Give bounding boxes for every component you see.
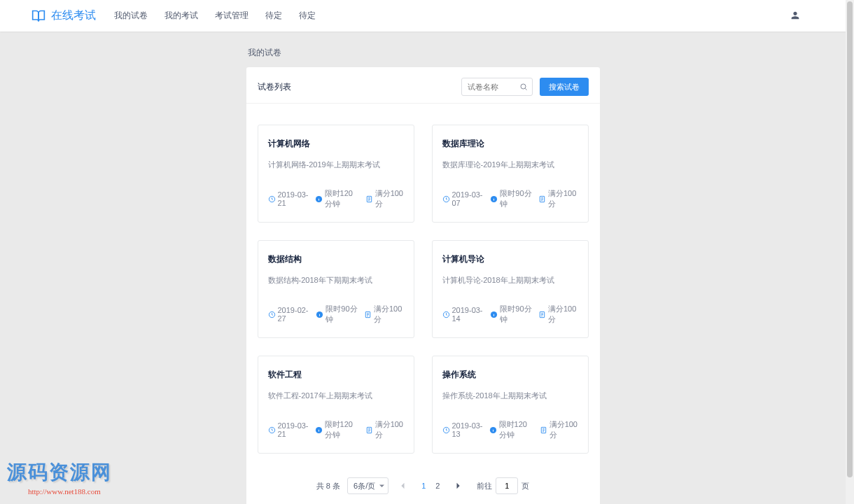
meta-date: 2019-03-14 [442,304,485,325]
goto-suffix: 页 [522,481,529,491]
card-title: 数据结构 [268,253,404,265]
meta-limit: 限时120分钟 [315,419,360,440]
logo-text: 在线考试 [51,8,96,23]
card-title: 计算机网络 [268,138,404,150]
meta-date: 2019-03-21 [268,419,309,440]
page-size-select[interactable]: 6条/页 [347,477,388,494]
card-subtitle: 数据结构-2018年下期期末考试 [268,275,404,286]
info-icon [490,311,498,318]
clock-icon [268,426,276,434]
score-icon [538,311,546,318]
paper-card[interactable]: 操作系统操作系统-2018年上期期末考试2019-03-13限时120分钟满分1… [432,356,589,454]
score-icon [538,195,546,203]
panel-header: 试卷列表 搜索试卷 [246,67,600,104]
main-nav: 我的试卷 我的考试 考试管理 待定 待定 [106,10,324,22]
paper-card[interactable]: 数据结构数据结构-2018年下期期末考试2019-02-27限时90分钟满分10… [258,240,414,338]
chevron-left-icon [400,482,405,489]
card-subtitle: 软件工程-2017年上期期末考试 [268,391,404,401]
clock-icon [268,195,276,203]
clock-icon [268,311,276,318]
card-title: 软件工程 [268,369,404,381]
page-number[interactable]: 1 [416,477,430,494]
clock-icon [442,426,450,434]
paper-grid: 计算机网络计算机网络-2019年上期期末考试2019-03-21限时120分钟满… [246,104,600,468]
paper-card[interactable]: 计算机网络计算机网络-2019年上期期末考试2019-03-21限时120分钟满… [258,125,414,223]
pagination: 共 8 条 6条/页 12 前往 页 [246,468,600,504]
card-meta: 2019-03-14限时90分钟满分100分 [442,304,578,325]
paper-card[interactable]: 计算机导论计算机导论-2018年上期期末考试2019-03-14限时90分钟满分… [432,240,589,338]
meta-limit: 限时90分钟 [490,304,533,325]
panel-title: 试卷列表 [258,81,461,93]
scrollbar[interactable] [846,0,854,504]
card-meta: 2019-02-27限时90分钟满分100分 [268,304,404,325]
watermark-text: 源码资源网 [7,459,112,486]
card-subtitle: 数据库理论-2019年上期期末考试 [442,160,578,170]
logo[interactable]: 在线考试 [31,8,96,23]
page-total: 共 8 条 [316,481,340,491]
meta-limit: 限时120分钟 [489,419,534,440]
search-icon [519,83,528,91]
breadcrumb: 我的试卷 [246,38,600,67]
info-icon [490,195,498,203]
meta-limit: 限时90分钟 [490,188,533,209]
nav-item-my-exams[interactable]: 我的考试 [156,10,206,22]
meta-limit: 限时120分钟 [315,188,360,209]
card-meta: 2019-03-21限时120分钟满分100分 [268,188,404,209]
watermark: 源码资源网 http://www.net188.com [7,459,112,496]
info-icon [316,311,323,318]
card-title: 计算机导论 [442,253,578,265]
goto-input[interactable] [496,477,518,494]
card-subtitle: 计算机导论-2018年上期期末考试 [442,275,578,286]
info-icon [315,195,323,203]
book-icon [31,9,46,23]
card-meta: 2019-03-07限时90分钟满分100分 [442,188,578,209]
meta-score: 满分100分 [538,304,578,325]
clock-icon [442,195,450,203]
chevron-down-icon [379,484,384,488]
meta-date: 2019-03-13 [442,419,484,440]
meta-date: 2019-02-27 [268,304,311,325]
meta-score: 满分100分 [538,188,578,209]
page-next-button[interactable] [450,477,467,494]
meta-score: 满分100分 [365,419,404,440]
card-meta: 2019-03-21限时120分钟满分100分 [268,419,404,440]
meta-date: 2019-03-07 [442,188,485,209]
card-subtitle: 计算机网络-2019年上期期末考试 [268,160,404,170]
meta-score: 满分100分 [540,419,578,440]
card-title: 数据库理论 [442,138,578,150]
chevron-right-icon [456,482,461,489]
score-icon [365,426,373,434]
page-prev-button[interactable] [394,477,411,494]
nav-item-my-papers[interactable]: 我的试卷 [106,10,156,22]
top-navbar: 在线考试 我的试卷 我的考试 考试管理 待定 待定 [0,0,846,31]
nav-item-exam-mgmt[interactable]: 考试管理 [206,10,257,22]
page-size-value: 6条/页 [354,481,375,491]
nav-item-pending-1[interactable]: 待定 [257,10,290,22]
meta-score: 满分100分 [364,304,404,325]
svg-point-0 [521,84,526,89]
info-icon [489,426,497,434]
clock-icon [442,311,450,318]
meta-score: 满分100分 [365,188,404,209]
scrollbar-thumb[interactable] [847,1,853,477]
search-button[interactable]: 搜索试卷 [540,78,589,96]
meta-limit: 限时90分钟 [316,304,358,325]
nav-item-pending-2[interactable]: 待定 [290,10,324,22]
paper-card[interactable]: 软件工程软件工程-2017年上期期末考试2019-03-21限时120分钟满分1… [258,356,414,454]
page-number[interactable]: 2 [430,477,444,494]
paper-list-panel: 试卷列表 搜索试卷 计算机网络计算机网络-2019年上期期末考试2019-03-… [246,67,600,504]
score-icon [365,195,373,203]
goto-prefix: 前往 [477,481,492,491]
card-subtitle: 操作系统-2018年上期期末考试 [442,391,578,401]
meta-date: 2019-03-21 [268,188,309,209]
page-goto: 前往 页 [477,477,529,494]
user-icon[interactable] [790,10,801,21]
info-icon [315,426,323,434]
score-icon [540,426,547,434]
score-icon [364,311,372,318]
card-title: 操作系统 [442,369,578,381]
watermark-url: http://www.net188.com [7,487,112,496]
paper-card[interactable]: 数据库理论数据库理论-2019年上期期末考试2019-03-07限时90分钟满分… [432,125,589,223]
card-meta: 2019-03-13限时120分钟满分100分 [442,419,578,440]
